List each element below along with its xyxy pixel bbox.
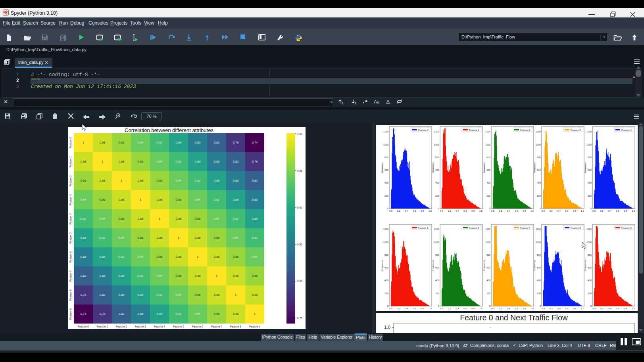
svg-text:Feature 7: Feature 7 <box>211 325 222 328</box>
svg-text:0.78: 0.78 <box>81 293 87 297</box>
svg-text:800: 800 <box>537 254 541 256</box>
svg-text:0.0: 0.0 <box>389 307 392 310</box>
svg-text:0.85: 0.85 <box>119 293 125 297</box>
svg-text:600: 600 <box>435 169 439 171</box>
svg-text:0.94: 0.94 <box>252 255 258 259</box>
svg-text:0.0: 0.0 <box>491 307 494 310</box>
svg-text:1200: 1200 <box>536 228 541 230</box>
svg-text:0.8: 0.8 <box>573 210 576 212</box>
svg-text:0.6: 0.6 <box>616 307 619 310</box>
svg-text:0.98: 0.98 <box>157 198 163 201</box>
svg-text:200: 200 <box>537 292 541 295</box>
svg-text:0.92: 0.92 <box>138 274 144 278</box>
svg-text:0.4: 0.4 <box>507 210 511 212</box>
svg-text:0.96: 0.96 <box>157 179 163 182</box>
svg-text:0.2: 0.2 <box>550 210 553 212</box>
svg-text:0.96: 0.96 <box>138 160 144 163</box>
svg-text:0.96: 0.96 <box>119 141 125 144</box>
svg-text:Frequency: Frequency <box>432 162 434 173</box>
svg-text:0.2: 0.2 <box>600 307 604 310</box>
svg-text:1.0: 1.0 <box>429 210 432 212</box>
svg-text:0.82: 0.82 <box>119 312 125 316</box>
svg-text:0.4: 0.4 <box>557 210 561 212</box>
svg-text:0.94: 0.94 <box>81 198 87 201</box>
svg-text:800: 800 <box>588 156 592 159</box>
svg-text:0.8: 0.8 <box>421 210 424 212</box>
svg-text:0.98: 0.98 <box>214 255 220 259</box>
svg-text:Feature 1: Feature 1 <box>69 156 72 167</box>
svg-text:0.94: 0.94 <box>233 236 239 239</box>
svg-text:1.0: 1.0 <box>632 210 635 212</box>
svg-text:400: 400 <box>537 182 541 184</box>
svg-text:0.6: 0.6 <box>463 307 467 310</box>
svg-text:0.2: 0.2 <box>397 307 400 310</box>
svg-text:0.94: 0.94 <box>176 179 182 182</box>
svg-text:0.92: 0.92 <box>214 198 220 201</box>
svg-text:0.8: 0.8 <box>421 307 424 310</box>
svg-text:Feature 2: Feature 2 <box>69 175 72 186</box>
svg-text:0.85: 0.85 <box>138 312 144 316</box>
svg-text:0.0: 0.0 <box>592 307 596 310</box>
svg-text:800: 800 <box>486 156 490 159</box>
svg-text:600: 600 <box>486 169 490 171</box>
svg-text:0.98: 0.98 <box>252 293 258 297</box>
svg-text:1.0: 1.0 <box>429 307 432 310</box>
svg-text:0.4: 0.4 <box>507 307 511 310</box>
svg-text:0.92: 0.92 <box>176 312 182 316</box>
svg-text:0.82: 0.82 <box>214 141 220 144</box>
svg-text:200: 200 <box>588 292 592 295</box>
svg-text:1.0: 1.0 <box>384 325 390 329</box>
svg-text:Feature 8: Feature 8 <box>230 325 241 328</box>
svg-text:0.89: 0.89 <box>233 198 239 201</box>
svg-text:0.6: 0.6 <box>565 210 568 212</box>
svg-text:0.6: 0.6 <box>413 307 416 310</box>
svg-text:0.0: 0.0 <box>592 210 596 212</box>
svg-text:0.85: 0.85 <box>214 160 220 163</box>
svg-text:200: 200 <box>486 292 490 295</box>
svg-text:600: 600 <box>588 169 592 171</box>
svg-text:1000: 1000 <box>586 144 592 146</box>
svg-text:200: 200 <box>537 195 541 197</box>
svg-text:0.2: 0.2 <box>448 307 451 310</box>
svg-text:0.94: 0.94 <box>195 312 201 316</box>
svg-text:1000: 1000 <box>536 241 541 243</box>
svg-text:0.74: 0.74 <box>252 141 258 144</box>
svg-text:Frequency: Frequency <box>432 260 434 270</box>
svg-text:0.92: 0.92 <box>157 141 163 144</box>
svg-text:1: 1 <box>121 179 122 182</box>
svg-text:0.94: 0.94 <box>195 198 201 201</box>
svg-text:400: 400 <box>537 279 541 282</box>
svg-text:0.98: 0.98 <box>119 160 125 163</box>
svg-text:0.94: 0.94 <box>100 217 106 220</box>
svg-text:Feature 7: Feature 7 <box>69 270 72 282</box>
svg-text:0: 0 <box>590 207 592 210</box>
svg-text:0.4: 0.4 <box>405 307 409 310</box>
svg-text:0.96: 0.96 <box>176 274 182 278</box>
svg-text:0.96: 0.96 <box>214 236 220 239</box>
svg-text:Feature 0: Feature 0 <box>418 129 429 131</box>
svg-text:Frequency: Frequency <box>584 260 586 270</box>
svg-text:0.85: 0.85 <box>81 255 87 259</box>
svg-text:0.80: 0.80 <box>297 280 302 283</box>
svg-text:0: 0 <box>387 305 388 307</box>
svg-text:0.98: 0.98 <box>176 217 182 220</box>
svg-text:0.85: 0.85 <box>297 243 302 246</box>
svg-text:200: 200 <box>435 292 439 295</box>
svg-text:1200: 1200 <box>485 130 490 133</box>
svg-text:0.85: 0.85 <box>195 141 201 144</box>
svg-text:0.89: 0.89 <box>176 141 182 144</box>
svg-text:0.96: 0.96 <box>214 312 220 316</box>
svg-text:0.6: 0.6 <box>565 307 568 310</box>
svg-text:q: q <box>342 102 343 105</box>
svg-text:0.96: 0.96 <box>157 255 163 259</box>
svg-text:Feature 0: Feature 0 <box>69 137 72 148</box>
svg-text:0.98: 0.98 <box>157 236 163 239</box>
svg-text:1: 1 <box>83 141 84 144</box>
svg-text:1200: 1200 <box>434 228 439 230</box>
svg-text:Feature 2: Feature 2 <box>116 325 127 328</box>
svg-text:Feature 3: Feature 3 <box>135 325 146 328</box>
svg-text:0.96: 0.96 <box>119 217 125 220</box>
svg-text:1000: 1000 <box>586 241 592 243</box>
svg-text:1.0: 1.0 <box>531 210 534 212</box>
svg-text:600: 600 <box>384 169 388 171</box>
